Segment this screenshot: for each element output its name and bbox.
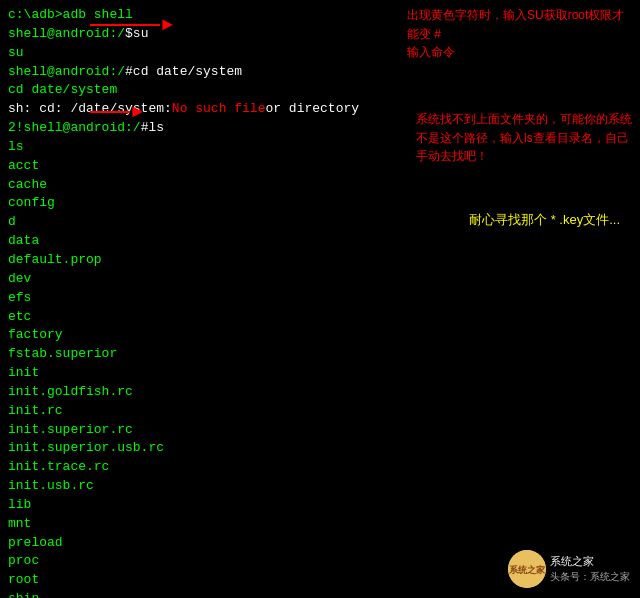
svg-text:系统之家: 系统之家: [508, 564, 546, 575]
terminal-line: cache: [8, 176, 632, 195]
terminal-text: or directory: [265, 100, 359, 119]
terminal-line: init.rc: [8, 402, 632, 421]
terminal-text: fstab.superior: [8, 345, 117, 364]
terminal-text: init.rc: [8, 402, 63, 421]
terminal-text: acct: [8, 157, 39, 176]
terminal-line: init.goldfish.rc: [8, 383, 632, 402]
terminal-window: c:\adb>adb shellshell@android:/ $ susush…: [0, 0, 640, 598]
terminal-text: init.trace.rc: [8, 458, 109, 477]
terminal-text: ls: [148, 119, 164, 138]
terminal-text: init.goldfish.rc: [8, 383, 133, 402]
terminal-line: efs: [8, 289, 632, 308]
terminal-line: mnt: [8, 515, 632, 534]
terminal-text: etc: [8, 308, 31, 327]
terminal-text: cd date/system: [8, 81, 117, 100]
terminal-text: No such file: [172, 100, 266, 119]
terminal-line: sbin: [8, 590, 632, 598]
terminal-text: factory: [8, 326, 63, 345]
terminal-text: su: [8, 44, 24, 63]
terminal-text: init.usb.rc: [8, 477, 94, 496]
terminal-text: mnt: [8, 515, 31, 534]
terminal-text: dev: [8, 270, 31, 289]
terminal-text: init.superior.rc: [8, 421, 133, 440]
terminal-line: etc: [8, 308, 632, 327]
terminal-text: shell@android:/: [8, 63, 125, 82]
terminal-line: fstab.superior: [8, 345, 632, 364]
terminal-text: #: [125, 63, 133, 82]
terminal-line: default.prop: [8, 251, 632, 270]
terminal-line: dev: [8, 270, 632, 289]
terminal-output: c:\adb>adb shellshell@android:/ $ susush…: [8, 6, 632, 598]
watermark-text-block: 系统之家 头条号：系统之家: [550, 554, 630, 584]
terminal-text: cd date/system: [133, 63, 242, 82]
terminal-line: shell@android:/ # cd date/system: [8, 63, 632, 82]
terminal-text: sbin: [8, 590, 39, 598]
annotation-key-hint: 耐心寻找那个 * .key文件...: [469, 210, 620, 230]
terminal-line: init.trace.rc: [8, 458, 632, 477]
terminal-text: 2!shell@android:/: [8, 119, 141, 138]
terminal-text: efs: [8, 289, 31, 308]
terminal-line: data: [8, 232, 632, 251]
terminal-text: init.superior.usb.rc: [8, 439, 164, 458]
terminal-line: init: [8, 364, 632, 383]
terminal-text: config: [8, 194, 55, 213]
terminal-text: ls: [8, 138, 24, 157]
watermark: 系统之家 系统之家 头条号：系统之家: [508, 550, 630, 588]
terminal-line: init.usb.rc: [8, 477, 632, 496]
watermark-site: 系统之家: [550, 554, 630, 570]
arrow-su: ►: [90, 16, 173, 34]
terminal-text: init: [8, 364, 39, 383]
terminal-text: lib: [8, 496, 31, 515]
terminal-text: data: [8, 232, 39, 251]
terminal-text: preload: [8, 534, 63, 553]
terminal-line: init.superior.usb.rc: [8, 439, 632, 458]
annotation-top-right: 出现黄色字符时，输入SU获取root权限才能变 # 输入命令: [407, 6, 632, 62]
annotation-mid-right: 系统找不到上面文件夹的，可能你的系统 不是这个路径，输入ls查看目录名，自己 手…: [416, 110, 632, 166]
terminal-line: init.superior.rc: [8, 421, 632, 440]
terminal-text: default.prop: [8, 251, 102, 270]
terminal-line: cd date/system: [8, 81, 632, 100]
terminal-line: lib: [8, 496, 632, 515]
watermark-url: 头条号：系统之家: [550, 570, 630, 585]
terminal-line: factory: [8, 326, 632, 345]
terminal-text: cache: [8, 176, 47, 195]
terminal-text: d: [8, 213, 16, 232]
terminal-text: proc: [8, 552, 39, 571]
terminal-text: root: [8, 571, 39, 590]
arrow-ls: ►: [90, 103, 143, 121]
watermark-logo: 系统之家: [508, 550, 546, 588]
